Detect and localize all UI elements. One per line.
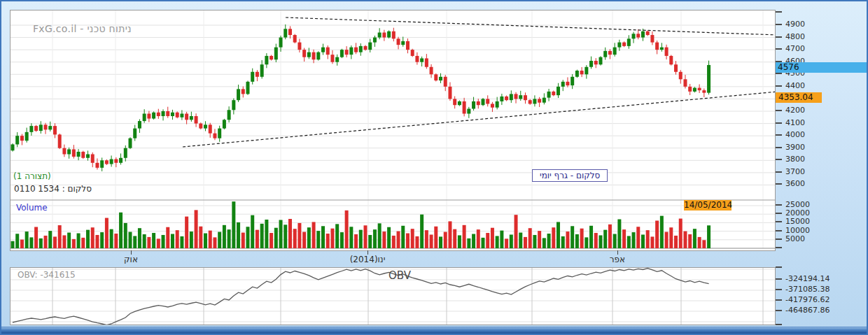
volume-5000-label: 5000 xyxy=(785,235,805,243)
chart-title-box[interactable]: סלקום - גרף יומי xyxy=(532,169,608,182)
volume-20000-label: 20000 xyxy=(785,209,810,218)
price-4000-label: 4000 xyxy=(785,131,805,139)
price-3700-tick xyxy=(776,171,782,173)
candlestick-volume-chart[interactable] xyxy=(10,10,775,250)
brand-title: FxG.co.il - ניתוח טכני xyxy=(33,23,132,34)
obv-bottom-tick xyxy=(776,324,782,325)
obv-status-label: OBV: -341615 xyxy=(18,270,76,280)
trendline-upper-resistance xyxy=(286,17,775,35)
obv-324194.14-tick xyxy=(776,278,782,280)
obv-464867.86-tick xyxy=(776,310,782,311)
volume-10000-label: 10000 xyxy=(785,227,810,235)
instrument-label: 0110 1534 : סלקום xyxy=(14,184,92,194)
obv-464867.86-label: -464867.86 xyxy=(785,306,830,315)
obv-324194.14-label: -324194.14 xyxy=(785,275,830,283)
month-label: אוק xyxy=(110,255,152,264)
date-tag: 14/05/2014 xyxy=(684,200,732,211)
price-3600-tick xyxy=(776,183,782,185)
obv-371085.38-label: -371085.38 xyxy=(785,285,830,294)
obv-title: OBV xyxy=(388,269,411,282)
price-4900-label: 4900 xyxy=(785,20,805,29)
price-3900-label: 3900 xyxy=(785,143,805,152)
price-top-tick xyxy=(776,11,782,13)
last-price-tag: 4576 xyxy=(776,62,867,73)
obv-371085.38-tick xyxy=(776,289,782,290)
volume-label: Volume xyxy=(16,203,48,213)
chart-window: FxG.co.il - ניתוח טכני (תצורה 1) 0110 15… xyxy=(0,0,868,335)
price-4000-tick xyxy=(776,134,782,136)
price-4700-tick xyxy=(776,48,782,50)
price-3800-tick xyxy=(776,159,782,160)
price-4900-tick xyxy=(776,24,782,25)
alert-price-tag: 4353.04 xyxy=(776,92,822,103)
obv-panel: OBV: -341615 OBV xyxy=(10,267,776,325)
trendline-lower-support xyxy=(183,92,775,147)
price-4200-tick xyxy=(776,110,782,111)
volume-10000-tick xyxy=(776,230,782,231)
price-3900-tick xyxy=(776,147,782,148)
window-bottom-bar xyxy=(1,327,867,334)
month-label: אפר xyxy=(596,255,638,264)
volume-20000-tick xyxy=(776,213,782,214)
price-4200-label: 4200 xyxy=(785,106,805,115)
price-4100-label: 4100 xyxy=(785,119,805,127)
pattern-label: (תצורה 1) xyxy=(13,171,51,181)
price-4400-label: 4400 xyxy=(785,82,805,90)
volume-25000-label: 25000 xyxy=(785,201,810,209)
price-4800-tick xyxy=(776,36,782,38)
volume-15000-label: 15000 xyxy=(785,218,810,226)
price-3600-label: 3600 xyxy=(785,180,805,188)
price-3700-label: 3700 xyxy=(785,168,805,176)
volume-5000-tick xyxy=(776,238,782,240)
price-4800-label: 4800 xyxy=(785,33,805,41)
main-chart-panel: FxG.co.il - ניתוח טכני (תצורה 1) 0110 15… xyxy=(10,10,776,251)
volume-zero-tick xyxy=(776,247,782,248)
price-4400-tick xyxy=(776,85,782,87)
obv-417976.62-tick xyxy=(776,299,782,301)
obv-top-tick xyxy=(776,266,782,268)
price-4500-tick xyxy=(776,73,782,74)
price-4700-label: 4700 xyxy=(785,45,805,53)
price-4100-tick xyxy=(776,122,782,124)
volume-25000-tick xyxy=(776,204,782,206)
volume-15000-tick xyxy=(776,221,782,222)
price-3800-label: 3800 xyxy=(785,155,805,164)
month-label: ינו(2014) xyxy=(346,255,388,264)
obv-417976.62-label: -417976.62 xyxy=(785,296,830,304)
